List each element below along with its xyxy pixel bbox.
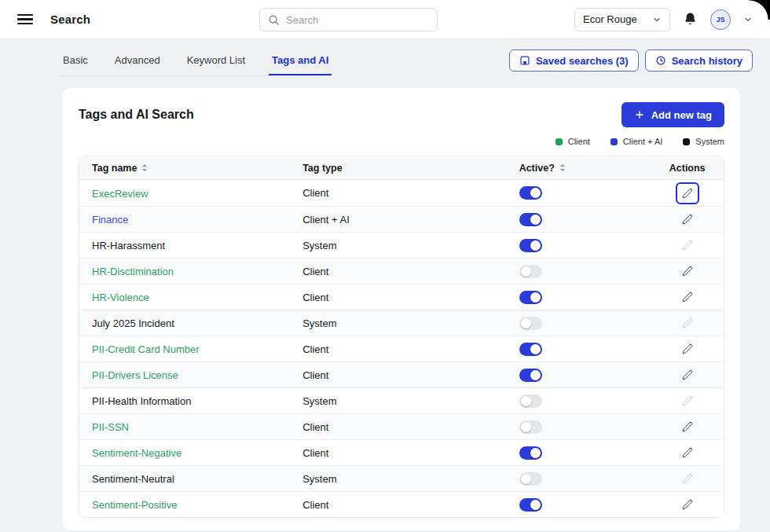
legend-system: System — [683, 137, 724, 146]
edit-tag-button[interactable] — [676, 286, 699, 308]
edit-tag-button[interactable] — [676, 338, 699, 360]
tag-type-value: Client — [290, 187, 507, 199]
edit-tag-button[interactable] — [676, 390, 699, 412]
edit-tag-button[interactable] — [676, 234, 699, 256]
toggle-knob — [530, 344, 541, 354]
edit-tag-button[interactable] — [676, 416, 699, 438]
sort-icon[interactable] — [141, 163, 148, 172]
edit-pencil-icon — [682, 395, 693, 406]
tag-name-link[interactable]: Finance — [92, 214, 128, 226]
search-input[interactable] — [286, 14, 429, 26]
tag-name-link[interactable]: ExecReview — [92, 188, 148, 200]
active-toggle[interactable] — [519, 498, 542, 512]
add-new-tag-button[interactable]: Add new tag — [622, 102, 724, 127]
active-toggle[interactable] — [519, 213, 542, 226]
edit-pencil-icon — [682, 473, 693, 484]
edit-tag-button[interactable] — [676, 468, 699, 490]
notifications-bell-icon[interactable] — [683, 12, 698, 27]
avatar[interactable]: JS — [710, 9, 731, 30]
org-selector-value: Ecor Rouge — [583, 13, 637, 25]
edit-pencil-icon — [682, 266, 693, 277]
active-toggle[interactable] — [519, 239, 542, 252]
search-history-label: Search history — [672, 55, 742, 67]
search-history-button[interactable]: Search history — [645, 50, 753, 72]
tag-type-value: Client — [290, 343, 507, 355]
active-toggle[interactable] — [519, 343, 542, 356]
tag-name-link[interactable]: PII-SSN — [92, 421, 129, 433]
edit-tag-button[interactable] — [676, 493, 699, 515]
top-action-buttons: Saved searches (3) Search history — [509, 50, 753, 72]
table-row: Sentiment-Neutral System — [79, 465, 724, 491]
edit-pencil-icon — [682, 447, 693, 458]
active-toggle[interactable] — [519, 394, 542, 408]
edit-tag-button[interactable] — [676, 442, 699, 464]
tab-advanced[interactable]: Advanced — [112, 50, 163, 75]
tab-keyword-list[interactable]: Keyword List — [184, 50, 248, 75]
col-active-label: Active? — [519, 163, 555, 174]
toggle-knob — [530, 500, 541, 510]
tag-name-link[interactable]: Sentiment-Neutral — [92, 473, 174, 485]
col-actions-label: Actions — [669, 163, 706, 174]
tag-name-link[interactable]: PII-Health Information — [92, 395, 191, 407]
tab-tags-and-ai[interactable]: Tags and AI — [269, 50, 332, 75]
tag-name-link[interactable]: HR-Harassment — [92, 240, 165, 251]
edit-tag-button[interactable] — [676, 260, 699, 282]
org-selector[interactable]: Ecor Rouge — [574, 8, 670, 31]
tag-type-value: System — [290, 395, 507, 407]
table-row: July 2025 Incident System — [79, 310, 724, 336]
tag-name-link[interactable]: HR-Disctimination — [92, 266, 174, 277]
toggle-knob — [521, 396, 531, 406]
table-row: Sentiment-Positive Client — [79, 491, 724, 517]
col-tag-name[interactable]: Tag name — [79, 163, 290, 174]
table-row: HR-Harassment System — [79, 232, 724, 258]
edit-pencil-icon — [682, 240, 693, 251]
active-toggle[interactable] — [519, 317, 542, 330]
menu-icon[interactable] — [17, 14, 33, 25]
active-toggle[interactable] — [519, 420, 542, 434]
tag-name-link[interactable]: HR-Violence — [92, 292, 149, 303]
legend-system-label: System — [695, 137, 724, 146]
tag-name-link[interactable]: Sentiment-Positive — [92, 499, 177, 511]
table-row: Sentiment-Negative Client — [79, 439, 724, 465]
tag-type-value: Client — [290, 499, 507, 511]
tag-name-link[interactable]: Sentiment-Negative — [92, 447, 182, 459]
active-toggle[interactable] — [519, 186, 542, 200]
edit-tag-button[interactable] — [676, 312, 699, 334]
tag-type-value: Client — [290, 421, 507, 433]
edit-tag-button[interactable] — [676, 364, 699, 386]
search-tabs: Basic Advanced Keyword List Tags and AI — [60, 50, 332, 76]
tag-name-link[interactable]: PII-Drivers License — [92, 369, 178, 381]
col-tag-type: Tag type — [290, 163, 507, 174]
saved-searches-button[interactable]: Saved searches (3) — [509, 50, 639, 72]
main-content: Basic Advanced Keyword List Tags and AI … — [63, 39, 753, 530]
sort-icon[interactable] — [559, 163, 566, 172]
add-new-tag-label: Add new tag — [651, 109, 712, 121]
toggle-knob — [530, 370, 541, 380]
clock-icon — [655, 55, 666, 66]
edit-tag-button[interactable] — [676, 208, 699, 230]
col-actions: Actions — [651, 163, 724, 174]
col-active[interactable]: Active? — [507, 163, 651, 174]
legend-client-label: Client — [568, 137, 590, 146]
save-icon — [519, 55, 530, 66]
toggle-knob — [530, 188, 541, 198]
tag-name-link[interactable]: PII-Credit Card Number — [92, 343, 200, 355]
tag-type-value: System — [290, 317, 507, 329]
toggle-knob — [530, 292, 541, 303]
tab-basic[interactable]: Basic — [60, 50, 91, 75]
active-toggle[interactable] — [519, 472, 542, 486]
table-row: HR-Disctimination Client — [79, 258, 724, 284]
active-toggle[interactable] — [519, 291, 542, 304]
toggle-knob — [521, 474, 531, 484]
edit-pencil-icon — [682, 214, 693, 225]
global-search[interactable] — [259, 8, 438, 31]
tag-name-link[interactable]: July 2025 Incident — [92, 317, 174, 329]
client-dot-icon — [556, 138, 563, 145]
toggle-knob — [521, 318, 531, 328]
edit-tag-button[interactable] — [676, 182, 699, 204]
edit-pencil-icon — [682, 188, 693, 199]
active-toggle[interactable] — [519, 369, 542, 382]
col-tag-type-label: Tag type — [302, 163, 342, 174]
active-toggle[interactable] — [519, 265, 542, 278]
active-toggle[interactable] — [519, 446, 542, 460]
